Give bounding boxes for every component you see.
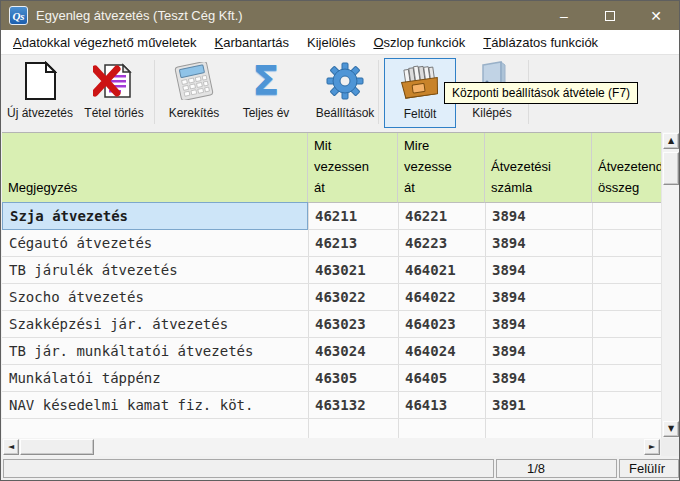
cell-from[interactable]: 463021: [308, 257, 398, 283]
cell-amount[interactable]: [592, 284, 661, 310]
column-header-atvezetesi-szamla[interactable]: Átvezetési számla: [485, 133, 592, 203]
maximize-icon: [605, 11, 615, 21]
transfers-table: Megjegyzés Mit vezessen át Mire vezesse …: [2, 132, 661, 438]
cell-account[interactable]: 3894: [485, 230, 592, 256]
edit-mode: Felülír: [629, 461, 665, 476]
column-header-atvezetendo-osszeg[interactable]: Átvezetendő összeg: [592, 133, 661, 203]
menu-item-tablazatos-funkciok[interactable]: Táblázatos funkciók: [474, 30, 607, 54]
cell-amount[interactable]: [592, 365, 661, 391]
cell-to[interactable]: 464023: [398, 311, 485, 337]
column-header-mire-vezesse-at[interactable]: Mire vezesse át: [398, 133, 485, 203]
column-header-mit-vezessen-at[interactable]: Mit vezessen át: [308, 133, 398, 203]
window-controls: – ✕: [541, 1, 679, 30]
vertical-scroll-thumb[interactable]: [663, 152, 679, 185]
cell-to[interactable]: 464024: [398, 338, 485, 364]
menu-item-kijeloles[interactable]: Kijelölés: [298, 30, 364, 54]
scrollbar-corner: [661, 438, 679, 456]
vertical-scrollbar[interactable]: ▲ ▼: [661, 132, 679, 438]
cell-from[interactable]: 46305: [308, 365, 398, 391]
scroll-right-button[interactable]: ►: [644, 439, 660, 455]
cell-from[interactable]: 463023: [308, 311, 398, 337]
cell-note[interactable]: Szocho átvezetés: [2, 284, 308, 310]
cell-note-selected[interactable]: Szja átvezetés: [2, 202, 308, 230]
cell-account[interactable]: 3894: [485, 257, 592, 283]
calculator-icon: [173, 58, 215, 104]
cell-account[interactable]: 3894: [485, 365, 592, 391]
table-header: Megjegyzés Mit vezessen át Mire vezesse …: [2, 133, 661, 203]
new-document-icon: [23, 58, 57, 104]
cell-to[interactable]: 46221: [398, 203, 485, 229]
rounding-button[interactable]: Kerekítés: [157, 58, 231, 128]
table-row[interactable]: Munkálatói táppénz 46305 46405 3894: [2, 365, 661, 392]
app-icon: Qs: [9, 6, 28, 25]
cell-from[interactable]: 46213: [308, 230, 398, 256]
cell-account[interactable]: 3891: [485, 392, 592, 418]
new-transfer-button[interactable]: Új átvezetés: [3, 58, 77, 128]
cell-account[interactable]: 3894: [485, 311, 592, 337]
scroll-down-button[interactable]: ▼: [663, 421, 679, 437]
cell-to[interactable]: 46413: [398, 392, 485, 418]
edit-mode-panel: Felülír: [619, 459, 679, 478]
cell-account[interactable]: 3894: [485, 284, 592, 310]
sigma-icon: Σ: [252, 58, 279, 104]
cell-amount[interactable]: [592, 230, 661, 256]
cell-amount[interactable]: [592, 392, 661, 418]
cell-to[interactable]: 46223: [398, 230, 485, 256]
cell-amount[interactable]: [592, 338, 661, 364]
delete-document-icon: [93, 58, 135, 104]
menubar: Adatokkal végezhető műveletek Karbantart…: [1, 30, 679, 55]
cell-to[interactable]: 46405: [398, 365, 485, 391]
table-body: Szja átvezetés 46211 46221 3894 Cégautó …: [2, 203, 661, 439]
window-title: Egyenleg átvezetés (Teszt Cég Kft.): [36, 8, 541, 23]
cell-from[interactable]: 463022: [308, 284, 398, 310]
full-year-button[interactable]: Σ Teljes év: [229, 58, 303, 128]
cell-account[interactable]: 3894: [485, 338, 592, 364]
tooltip: Központi beállítások átvétele (F7): [444, 82, 638, 104]
table-row[interactable]: Szocho átvezetés 463022 464022 3894: [2, 284, 661, 311]
cell-to[interactable]: 464021: [398, 257, 485, 283]
cell-to[interactable]: 464022: [398, 284, 485, 310]
cell-amount[interactable]: [592, 203, 661, 229]
table-row[interactable]: Cégautó átvezetés 46213 46223 3894: [2, 230, 661, 257]
cell-note[interactable]: TB járulék átvezetés: [2, 257, 308, 283]
cell-note[interactable]: Szakképzési jár. átvezetés: [2, 311, 308, 337]
titlebar: Qs Egyenleg átvezetés (Teszt Cég Kft.) –…: [1, 1, 679, 30]
scroll-up-button[interactable]: ▲: [663, 133, 679, 149]
column-header-megjegyzes[interactable]: Megjegyzés: [2, 133, 308, 203]
menu-item-oszlop-funkciok[interactable]: Oszlop funkciók: [364, 30, 474, 54]
table-row[interactable]: Szja átvezetés 46211 46221 3894: [2, 203, 661, 230]
cell-note[interactable]: Cégautó átvezetés: [2, 230, 308, 256]
cell-from[interactable]: 46211: [308, 203, 398, 229]
table-row[interactable]: Szakképzési jár. átvezetés 463023 464023…: [2, 311, 661, 338]
delete-item-button[interactable]: Tétel törlés: [77, 58, 151, 128]
card-file-icon: [398, 59, 442, 105]
table-row[interactable]: NAV késedelmi kamat fiz. köt. 463132 464…: [2, 392, 661, 419]
cell-amount[interactable]: [592, 257, 661, 283]
statusbar: 1/8 Felülír: [1, 458, 679, 480]
menu-item-adatokkal[interactable]: Adatokkal végezhető műveletek: [4, 30, 206, 54]
horizontal-scrollbar[interactable]: ◄ ►: [2, 438, 661, 456]
table-row[interactable]: TB jár. munkáltatói átvezetés 463024 464…: [2, 338, 661, 365]
close-button[interactable]: ✕: [633, 1, 679, 30]
table-row[interactable]: TB járulék átvezetés 463021 464021 3894: [2, 257, 661, 284]
horizontal-scroll-thumb[interactable]: [20, 439, 94, 455]
maximize-button[interactable]: [587, 1, 633, 30]
status-message-panel: [3, 459, 494, 478]
record-position: 1/8: [527, 461, 545, 476]
minimize-button[interactable]: –: [541, 1, 587, 30]
scroll-left-button[interactable]: ◄: [3, 439, 19, 455]
settings-button[interactable]: Beállítások: [308, 58, 382, 128]
cell-note[interactable]: NAV késedelmi kamat fiz. köt.: [2, 392, 308, 418]
cell-from[interactable]: 463132: [308, 392, 398, 418]
app-window: Qs Egyenleg átvezetés (Teszt Cég Kft.) –…: [0, 0, 680, 481]
cell-note[interactable]: TB jár. munkáltatói átvezetés: [2, 338, 308, 364]
cell-from[interactable]: 463024: [308, 338, 398, 364]
gear-icon: [326, 58, 364, 104]
menu-item-karbantartas[interactable]: Karbantartás: [206, 30, 298, 54]
cell-note[interactable]: Munkálatói táppénz: [2, 365, 308, 391]
cell-account[interactable]: 3894: [485, 203, 592, 229]
toolbar-separator: [378, 60, 379, 124]
toolbar-separator: [154, 60, 155, 124]
cell-amount[interactable]: [592, 311, 661, 337]
record-position-panel: 1/8: [496, 459, 617, 478]
